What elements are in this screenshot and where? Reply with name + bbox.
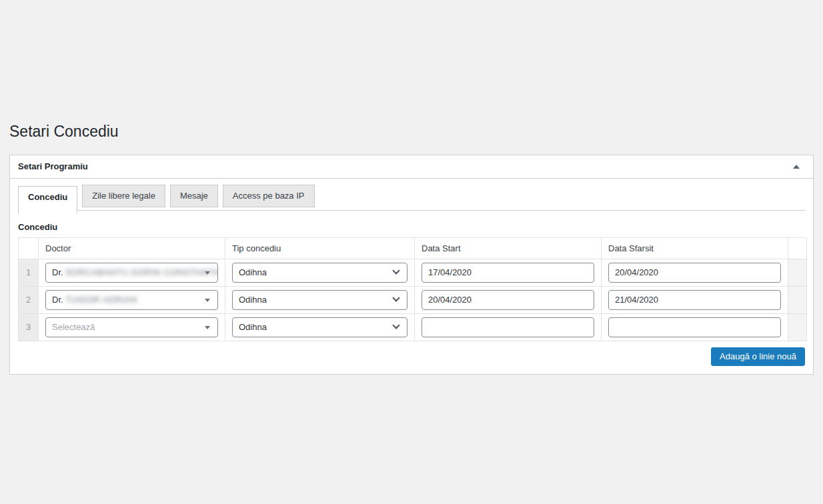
- tip-concediu-select[interactable]: Odihna: [232, 317, 407, 337]
- page-title: Setari Concediu: [9, 0, 814, 142]
- chevron-down-icon: [392, 294, 399, 301]
- row-end-cell: [788, 313, 807, 341]
- tip-concediu-value: Odihna: [239, 267, 267, 277]
- column-header-data-sfarsit: Data Sfarsit: [602, 237, 788, 259]
- add-row-button[interactable]: Adaugă o linie nouă: [711, 347, 805, 366]
- doctor-prefix: Dr.: [52, 267, 63, 277]
- tip-concediu-value: Odihna: [239, 322, 267, 332]
- doctor-name-blurred: SORCABANTU DORIN CONSTANTIN: [65, 267, 218, 277]
- table-row: 3 Selectează Odihna: [19, 313, 807, 341]
- doctor-select-placeholder: Selectează: [52, 322, 95, 332]
- panel-collapse-button[interactable]: [788, 162, 805, 171]
- chevron-down-icon: [392, 267, 399, 274]
- data-start-input[interactable]: [422, 317, 594, 337]
- doctor-name-blurred: TUIDOR ADRIAN: [65, 295, 137, 305]
- collapse-arrow-up-icon: [793, 165, 800, 169]
- panel-title: Setari Programiu: [18, 161, 88, 173]
- table-actions: Adaugă o linie nouă: [18, 347, 805, 366]
- tab-access-pe-baza-ip[interactable]: Access pe baza IP: [223, 185, 315, 207]
- doctor-select[interactable]: Selectează: [45, 317, 218, 337]
- concediu-table: Doctor Tip concediu Data Start Data Sfar…: [18, 237, 807, 341]
- admin-page: Setari Concediu Setari Programiu Concedi…: [0, 0, 823, 375]
- data-sfarsit-input[interactable]: [608, 290, 781, 310]
- row-end-cell: [788, 259, 807, 286]
- column-header-end: [788, 237, 807, 259]
- doctor-select[interactable]: Dr. TUIDOR ADRIAN: [45, 290, 218, 310]
- column-header-data-start: Data Start: [415, 237, 602, 259]
- data-start-input[interactable]: [422, 290, 594, 310]
- chevron-down-icon: [392, 321, 399, 329]
- doctor-prefix: Dr.: [52, 295, 63, 305]
- dropdown-arrow-icon: [205, 271, 210, 275]
- row-end-cell: [788, 286, 807, 313]
- doctor-select[interactable]: Dr. SORCABANTU DORIN CONSTANTIN: [45, 263, 218, 283]
- column-header-doctor: Doctor: [39, 237, 225, 259]
- tab-mesaje[interactable]: Mesaje: [170, 185, 218, 207]
- table-header-row: Doctor Tip concediu Data Start Data Sfar…: [19, 237, 807, 259]
- tip-concediu-value: Odihna: [239, 295, 267, 305]
- dropdown-arrow-icon: [205, 299, 210, 302]
- row-number: 2: [19, 286, 39, 313]
- tab-zile-libere-legale[interactable]: Zile libere legale: [82, 185, 165, 207]
- dropdown-arrow-icon: [205, 326, 210, 329]
- tab-concediu[interactable]: Concediu: [18, 186, 77, 213]
- row-number: 1: [19, 259, 39, 286]
- row-number: 3: [19, 313, 39, 341]
- tip-concediu-select[interactable]: Odihna: [232, 290, 407, 310]
- panel-body: Concediu Zile libere legale Mesaje Acces…: [10, 185, 813, 374]
- tip-concediu-select[interactable]: Odihna: [232, 263, 407, 283]
- column-header-tip-concediu: Tip concediu: [225, 237, 415, 259]
- settings-panel: Setari Programiu Concediu Zile libere le…: [9, 155, 814, 375]
- data-sfarsit-input[interactable]: [608, 317, 781, 337]
- section-heading: Concediu: [18, 222, 805, 232]
- column-header-num: [19, 237, 39, 259]
- table-row: 2 Dr. TUIDOR ADRIAN Odihna: [19, 286, 807, 313]
- data-start-input[interactable]: [422, 263, 594, 283]
- tab-bar: Concediu Zile libere legale Mesaje Acces…: [18, 185, 805, 211]
- table-row: 1 Dr. SORCABANTU DORIN CONSTANTIN Odihna: [19, 259, 807, 286]
- data-sfarsit-input[interactable]: [608, 263, 781, 283]
- panel-header: Setari Programiu: [10, 155, 813, 179]
